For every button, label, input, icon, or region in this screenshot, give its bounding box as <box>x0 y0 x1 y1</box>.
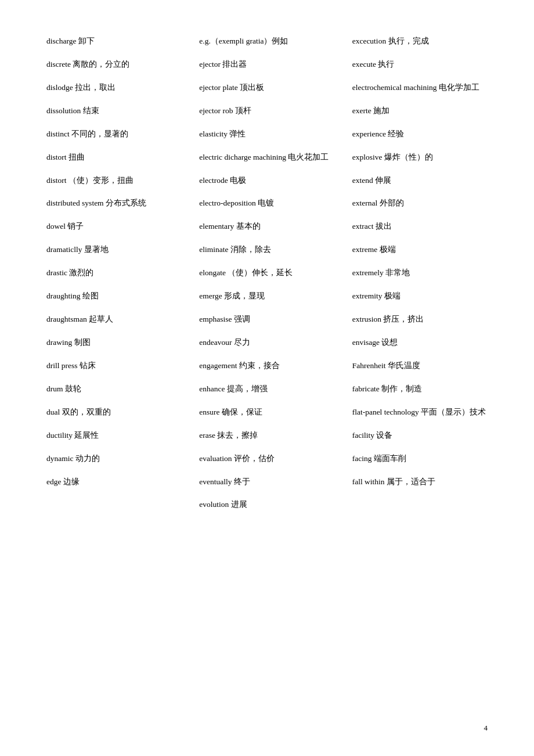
page-number: 4 <box>484 723 488 733</box>
list-item: emerge 形成，显现 <box>199 290 334 303</box>
list-item: explosive 爆炸（性）的 <box>352 151 488 164</box>
list-item: evaluation 评价，估价 <box>199 452 334 465</box>
list-item: engagement 约束，接合 <box>199 359 334 372</box>
list-item: dissolution 结束 <box>46 105 182 117</box>
list-item: flat-panel technology 平面（显示）技术 <box>352 406 488 419</box>
list-item: discharge 卸下 <box>46 35 182 48</box>
list-item: drawing 制图 <box>46 336 182 349</box>
content-columns: discharge 卸下 discrete 离散的，分立的 dislodge 拉… <box>46 35 488 521</box>
list-item: endeavour 尽力 <box>199 336 334 349</box>
list-item: ejector plate 顶出板 <box>199 81 334 94</box>
list-item: facility 设备 <box>352 429 488 442</box>
list-item: ductility 延展性 <box>46 429 182 442</box>
list-item: ensure 确保，保证 <box>199 406 334 419</box>
list-item: drastic 激烈的 <box>46 267 182 279</box>
list-item: Fahrenheit 华氏温度 <box>352 359 488 372</box>
list-item: dramaticlly 显著地 <box>46 243 182 256</box>
list-item: excecution 执行，完成 <box>352 35 488 48</box>
list-item: extrusion 挤压，挤出 <box>352 313 488 326</box>
list-item: extremely 非常地 <box>352 267 488 279</box>
list-item: ejector 排出器 <box>199 58 334 71</box>
list-item: dislodge 拉出，取出 <box>46 81 182 94</box>
list-item: eventually 终于 <box>199 476 334 488</box>
list-item: e.g.（exempli gratia）例如 <box>199 35 334 48</box>
list-item: erase 抹去，擦掉 <box>199 429 334 442</box>
list-item: extreme 极端 <box>352 243 488 256</box>
list-item: external 外部的 <box>352 197 488 210</box>
list-item: enhance 提高，增强 <box>199 383 334 395</box>
list-item: electric dicharge machining 电火花加工 <box>199 151 334 164</box>
list-item: discrete 离散的，分立的 <box>46 58 182 71</box>
list-item: extremity 极端 <box>352 290 488 303</box>
list-item: emphasise 强调 <box>199 313 334 326</box>
list-item: fall within 属于，适合于 <box>352 476 488 488</box>
list-item: envisage 设想 <box>352 336 488 349</box>
list-item: exerte 施加 <box>352 105 488 117</box>
list-item: drum 鼓轮 <box>46 383 182 395</box>
list-item: electrochemical machining 电化学加工 <box>352 81 488 94</box>
list-item: distort （使）变形，扭曲 <box>46 174 182 187</box>
column-2: e.g.（exempli gratia）例如 ejector 排出器 eject… <box>199 35 334 521</box>
list-item: electrode 电极 <box>199 174 334 187</box>
list-item: extend 伸展 <box>352 174 488 187</box>
list-item: electro-deposition 电镀 <box>199 197 334 210</box>
list-item: distort 扭曲 <box>46 151 182 164</box>
list-item: dynamic 动力的 <box>46 452 182 465</box>
list-item: evolution 进展 <box>199 498 334 511</box>
list-item: distributed system 分布式系统 <box>46 197 182 210</box>
list-item: edge 边缘 <box>46 476 182 488</box>
list-item: fabricate 制作，制造 <box>352 383 488 395</box>
list-item: draughtsman 起草人 <box>46 313 182 326</box>
list-item: elementary 基本的 <box>199 220 334 233</box>
list-item: eliminate 消除，除去 <box>199 243 334 256</box>
list-item: dual 双的，双重的 <box>46 406 182 419</box>
column-3: excecution 执行，完成 execute 执行 electrochemi… <box>352 35 488 498</box>
list-item: dowel 销子 <box>46 220 182 233</box>
list-item: elongate （使）伸长，延长 <box>199 267 334 279</box>
list-item: drill press 钻床 <box>46 359 182 372</box>
list-item: ejector rob 顶杆 <box>199 105 334 117</box>
column-1: discharge 卸下 discrete 离散的，分立的 dislodge 拉… <box>46 35 182 498</box>
list-item: distinct 不同的，显著的 <box>46 128 182 141</box>
page: discharge 卸下 discrete 离散的，分立的 dislodge 拉… <box>0 0 534 756</box>
list-item: execute 执行 <box>352 58 488 71</box>
list-item: facing 端面车削 <box>352 452 488 465</box>
list-item: elasticity 弹性 <box>199 128 334 141</box>
list-item: extract 拔出 <box>352 220 488 233</box>
list-item: experience 经验 <box>352 128 488 141</box>
list-item: draughting 绘图 <box>46 290 182 303</box>
